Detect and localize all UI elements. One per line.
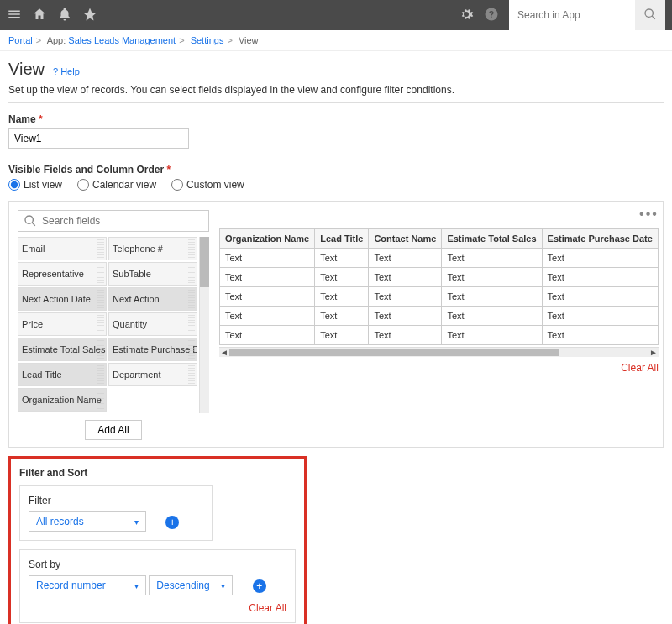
clear-all-link[interactable]: Clear All: [219, 362, 659, 374]
search-app-input[interactable]: [509, 0, 635, 30]
sort-label: Sort by: [29, 558, 286, 570]
breadcrumb-settings[interactable]: Settings: [191, 35, 224, 45]
bell-icon[interactable]: [57, 7, 72, 24]
help-link[interactable]: ? Help: [53, 66, 80, 76]
search-app: [509, 0, 665, 30]
preview-table: Organization NameLead TitleContact NameE…: [219, 228, 659, 345]
svg-text:?: ?: [489, 8, 494, 18]
search-fields-input[interactable]: [42, 215, 203, 227]
preview-scrollbar[interactable]: ◄►: [219, 347, 659, 357]
name-label: Name: [8, 113, 36, 125]
field-item[interactable]: Email: [18, 237, 107, 260]
page-description: Set up the view of records. You can sele…: [8, 84, 664, 103]
radio-list-view[interactable]: List view: [8, 179, 62, 191]
field-item[interactable]: Quantity: [108, 312, 197, 336]
home-icon[interactable]: [32, 7, 47, 24]
clear-sort-link[interactable]: Clear All: [29, 602, 286, 614]
search-icon: [24, 214, 37, 228]
sort-direction-dropdown[interactable]: Descending▾: [149, 575, 233, 595]
search-fields: [18, 210, 209, 232]
filter-sort-section: Filter and Sort Filter All records▾ + So…: [8, 456, 307, 624]
add-all-button[interactable]: Add All: [85, 420, 141, 440]
search-app-button[interactable]: [635, 0, 665, 30]
breadcrumb-app[interactable]: Sales Leads Management: [68, 35, 176, 45]
add-sort-button[interactable]: +: [253, 579, 266, 593]
chevron-down-icon: ▾: [134, 581, 139, 590]
column-header[interactable]: Estimate Purchase Date: [542, 229, 658, 249]
breadcrumb-portal[interactable]: Portal: [8, 35, 33, 45]
column-header[interactable]: Lead Title: [315, 229, 369, 249]
field-list-scrollbar[interactable]: [199, 237, 209, 413]
column-header[interactable]: Estimate Total Sales: [442, 229, 542, 249]
field-item[interactable]: Lead Title: [18, 363, 107, 386]
filter-dropdown[interactable]: All records▾: [29, 511, 146, 532]
field-item[interactable]: Representative: [18, 262, 107, 286]
gear-icon[interactable]: [459, 7, 474, 24]
fields-panel: EmailRepresentativeNext Action DatePrice…: [8, 201, 664, 448]
table-row: TextTextTextTextText: [220, 287, 659, 307]
field-item[interactable]: SubTable: [108, 262, 197, 286]
more-icon[interactable]: •••: [639, 207, 659, 222]
radio-custom-view[interactable]: Custom view: [171, 179, 244, 191]
chevron-down-icon: ▾: [134, 517, 139, 527]
top-bar: ?: [0, 0, 672, 30]
table-row: TextTextTextTextText: [220, 249, 659, 268]
filter-sort-heading: Filter and Sort: [19, 467, 296, 479]
add-filter-button[interactable]: +: [165, 516, 179, 529]
breadcrumb-current: View: [239, 35, 259, 45]
field-item[interactable]: Department: [108, 363, 197, 386]
table-row: TextTextTextTextText: [220, 268, 659, 287]
field-item[interactable]: Next Action Date: [18, 287, 107, 311]
visible-fields-label: Visible Fields and Column Order: [8, 164, 164, 176]
field-item[interactable]: Estimate Purchase D...: [108, 338, 197, 361]
table-row: TextTextTextTextText: [220, 307, 659, 326]
field-item[interactable]: Telephone #: [108, 237, 197, 260]
radio-calendar-view[interactable]: Calendar view: [77, 179, 156, 191]
filter-label: Filter: [29, 495, 203, 506]
help-icon[interactable]: ?: [484, 7, 499, 24]
field-item[interactable]: Next Action: [108, 287, 197, 311]
table-row: TextTextTextTextText: [220, 326, 659, 345]
column-header[interactable]: Contact Name: [369, 229, 442, 249]
field-item[interactable]: Estimate Total Sales: [18, 338, 107, 361]
sort-field-dropdown[interactable]: Record number▾: [29, 575, 146, 595]
chevron-down-icon: ▾: [221, 581, 225, 590]
field-item[interactable]: Price: [18, 312, 107, 336]
menu-icon[interactable]: [7, 7, 22, 24]
breadcrumb: Portal> App: Sales Leads Management> Set…: [0, 30, 672, 51]
column-header[interactable]: Organization Name: [220, 229, 315, 249]
field-item[interactable]: Organization Name: [18, 388, 107, 412]
name-input[interactable]: [8, 128, 189, 149]
page-title: View: [8, 60, 45, 79]
star-icon[interactable]: [82, 7, 97, 24]
